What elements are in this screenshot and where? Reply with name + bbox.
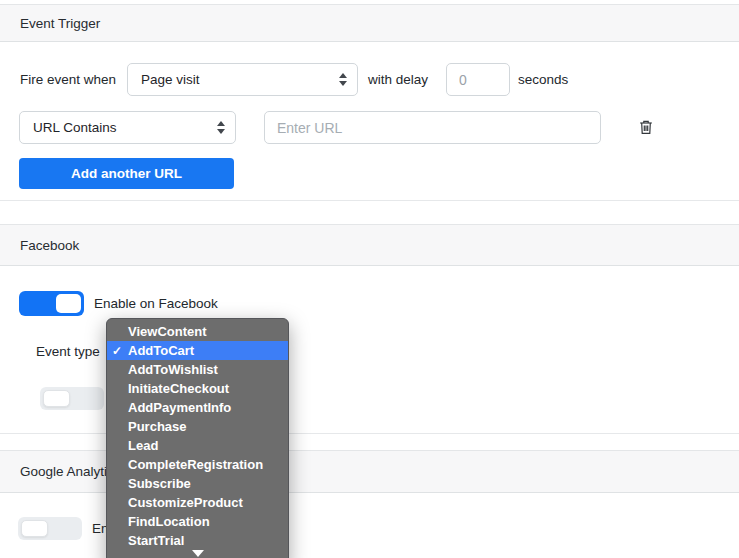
toggle-knob [43,390,70,407]
menu-option-Lead[interactable]: Lead [107,436,288,455]
seconds-label: seconds [518,63,568,96]
enable-google-analytics-toggle[interactable] [18,517,82,540]
url-match-select-value: URL Contains [33,120,217,135]
menu-option-label: Lead [128,438,158,453]
section-title: Event Trigger [20,16,100,31]
trash-icon[interactable] [637,118,655,136]
menu-option-CustomizeProduct[interactable]: CustomizeProduct [107,493,288,512]
menu-option-AddToCart[interactable]: ✓AddToCart [107,341,288,360]
menu-option-StartTrial[interactable]: StartTrial [107,531,288,550]
section-header-facebook: Facebook [0,224,739,266]
add-another-url-button[interactable]: Add another URL [19,158,234,189]
menu-option-label: CustomizeProduct [128,495,243,510]
menu-option-label: AddPaymentInfo [128,400,231,415]
menu-option-AddToWishlist[interactable]: AddToWishlist [107,360,288,379]
checkmark-icon: ✓ [107,344,128,358]
scroll-down-icon[interactable] [107,550,288,557]
menu-option-FindLocation[interactable]: FindLocation [107,512,288,531]
section-divider [0,200,739,201]
event-type-label: Event type [36,342,100,361]
menu-option-CompleteRegistration[interactable]: CompleteRegistration [107,455,288,474]
fire-event-when-label: Fire event when [20,63,116,96]
enable-facebook-toggle[interactable] [19,291,84,316]
select-stepper-icon [217,121,225,134]
facebook-secondary-toggle[interactable] [40,387,104,410]
menu-option-Subscribe[interactable]: Subscribe [107,474,288,493]
url-input[interactable] [264,111,601,144]
menu-option-label: StartTrial [128,533,184,548]
menu-option-label: Subscribe [128,476,191,491]
enable-facebook-label: Enable on Facebook [94,291,218,316]
menu-option-label: CompleteRegistration [128,457,263,472]
trigger-type-select[interactable]: Page visit [127,63,358,96]
menu-option-ViewContent[interactable]: ViewContent [107,322,288,341]
event-type-menu-items: ViewContent✓AddToCartAddToWishlistInitia… [107,322,288,550]
menu-option-label: AddToCart [128,343,194,358]
url-match-select[interactable]: URL Contains [19,111,236,144]
menu-option-Purchase[interactable]: Purchase [107,417,288,436]
menu-option-label: Purchase [128,419,187,434]
menu-option-label: FindLocation [128,514,210,529]
select-stepper-icon [339,73,347,86]
toggle-knob [56,294,81,313]
menu-option-label: InitiateCheckout [128,381,229,396]
with-delay-label: with delay [368,63,428,96]
menu-option-label: AddToWishlist [128,362,218,377]
trigger-type-select-value: Page visit [141,72,339,87]
menu-option-label: ViewContent [128,324,207,339]
section-header-event-trigger: Event Trigger [0,4,739,42]
event-type-menu: ViewContent✓AddToCartAddToWishlistInitia… [106,318,289,558]
menu-option-AddPaymentInfo[interactable]: AddPaymentInfo [107,398,288,417]
section-title: Facebook [20,238,79,253]
delay-input[interactable] [446,63,510,96]
menu-option-InitiateCheckout[interactable]: InitiateCheckout [107,379,288,398]
toggle-knob [21,520,48,537]
event-settings-page: Event Trigger Fire event when Page visit… [0,0,739,558]
